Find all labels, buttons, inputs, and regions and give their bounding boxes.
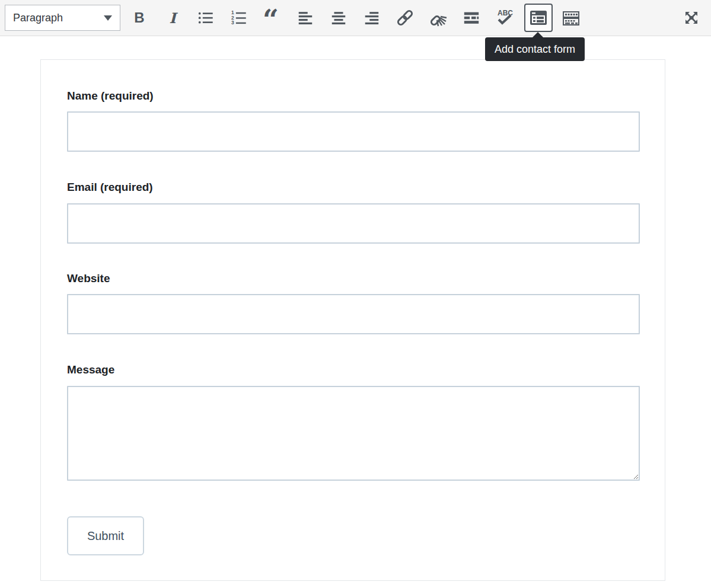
italic-icon: I	[169, 9, 176, 27]
bulleted-list-icon	[197, 9, 215, 27]
email-field-label: Email (required)	[67, 180, 153, 194]
numbered-list-button[interactable]: 1 2 3	[229, 5, 249, 31]
align-center-button[interactable]	[329, 5, 349, 31]
italic-button[interactable]: I	[162, 5, 183, 31]
bold-button[interactable]: B	[129, 5, 149, 31]
message-field-textarea[interactable]	[67, 386, 640, 481]
more-tag-button[interactable]	[461, 5, 482, 31]
svg-text:3: 3	[231, 20, 234, 25]
align-left-button[interactable]	[295, 5, 315, 31]
insert-link-button[interactable]	[395, 5, 415, 31]
editor-toolbar: Paragraph B I 1 2 3	[0, 0, 711, 36]
chevron-down-icon	[104, 15, 112, 21]
remove-link-button[interactable]	[428, 5, 448, 31]
website-field-input[interactable]	[67, 294, 640, 334]
email-field-input[interactable]	[67, 203, 640, 244]
svg-text:“: “	[263, 8, 279, 28]
contact-form-icon	[528, 8, 549, 28]
unlink-icon	[429, 8, 448, 27]
align-right-button[interactable]	[362, 5, 382, 31]
tooltip-text: Add contact form	[495, 43, 575, 56]
add-contact-form-tooltip: Add contact form	[485, 37, 585, 61]
name-field-input[interactable]	[67, 111, 640, 152]
name-field-label: Name (required)	[67, 89, 154, 103]
blockquote-button[interactable]: “	[262, 5, 282, 31]
align-right-icon	[363, 9, 381, 27]
spellcheck-icon: ABC	[495, 8, 515, 28]
bold-icon: B	[134, 9, 144, 26]
blockquote-icon: “	[262, 8, 282, 28]
read-more-icon	[463, 9, 480, 27]
paragraph-style-select[interactable]: Paragraph	[5, 5, 120, 31]
numbered-list-icon: 1 2 3	[230, 9, 248, 27]
message-field-label: Message	[67, 363, 114, 377]
bulleted-list-button[interactable]	[196, 5, 216, 31]
spellcheck-button[interactable]: ABC	[495, 5, 515, 31]
submit-button[interactable]: Submit	[67, 516, 144, 555]
keyboard-icon	[562, 8, 581, 27]
website-field-label: Website	[67, 271, 110, 286]
link-icon	[396, 8, 415, 27]
contact-form-preview: Name (required) Email (required) Website…	[40, 59, 665, 581]
fullscreen-icon	[681, 8, 702, 28]
toolbar-toggle-button[interactable]	[561, 5, 581, 31]
paragraph-style-value: Paragraph	[13, 12, 63, 24]
align-left-icon	[296, 9, 314, 27]
fullscreen-button[interactable]	[681, 5, 702, 31]
align-center-icon	[330, 9, 347, 27]
add-contact-form-button[interactable]	[524, 4, 553, 32]
